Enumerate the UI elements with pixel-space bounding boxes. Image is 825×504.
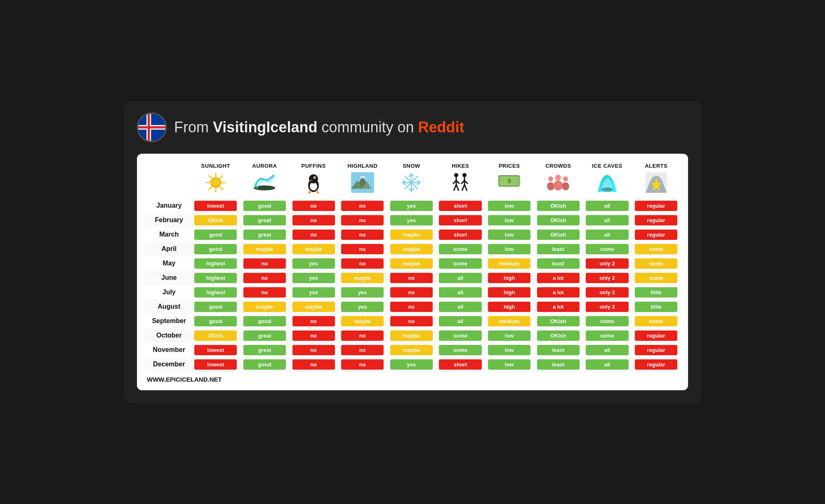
data-cell: all [436,314,485,328]
data-cell: maybe [289,300,338,314]
table-row: SeptembergoodgoodnomaybenoallmediumOKish… [144,314,681,328]
th-highland: HIGHLAND [338,161,387,199]
svg-point-28 [360,176,365,178]
data-cell: good [240,357,289,372]
data-cell: highest [191,285,240,300]
alerts-icon [633,171,679,197]
data-cell: all [436,285,485,300]
data-cell: a lot [534,300,583,314]
data-cell: some [436,343,485,357]
data-cell: only 2 [583,271,632,285]
data-cell: only 2 [583,300,632,314]
data-cell: a lot [534,271,583,285]
data-cell: low [485,328,534,343]
svg-point-58 [555,175,561,181]
data-cell: OKish [534,314,583,328]
svg-point-62 [562,182,569,190]
month-cell: November [144,343,191,357]
data-cell: yes [387,213,436,227]
data-cell: all [583,343,632,357]
data-cell: highest [191,256,240,271]
data-cell: no [240,256,289,271]
svg-line-13 [209,187,211,190]
data-cell: short [436,357,485,372]
table-row: Mayhighestnoyesnomaybesomemediumleastonl… [144,256,681,271]
data-cell: great [240,227,289,242]
data-cell: high [485,300,534,314]
month-cell: September [144,314,191,328]
svg-line-45 [454,185,456,191]
data-cell: short [436,213,485,227]
table-wrapper: SUNLIGHT AURORA PUFFINS [137,154,688,390]
data-cell: maybe [338,314,387,328]
data-cell: Okish [191,328,240,343]
data-cell: least [534,343,583,357]
svg-point-19 [315,177,316,178]
data-cell: some [583,242,632,256]
data-cell: all [583,213,632,227]
data-cell: low [485,227,534,242]
sunlight-icon [192,171,239,197]
table-row: FebruaryOkishgreatnonoyesshortlowOKishal… [144,213,681,227]
svg-rect-4 [138,126,165,129]
table-row: Aprilgoodmaybemaybenomaybesomelowleastso… [144,242,681,256]
title-reddit: Reddit [418,119,464,136]
data-cell: little [632,300,681,314]
data-cell: medium [485,314,534,328]
data-cell: OKish [534,227,583,242]
website-row: WWW.EPICICELAND.NET [144,372,681,384]
data-cell: no [289,328,338,343]
month-cell: December [144,357,191,372]
data-cell: yes [387,199,436,213]
prices-icon: $ [486,171,533,197]
flag-svg [138,114,165,141]
data-cell: maybe [387,242,436,256]
svg-point-17 [309,174,318,183]
table-row: MarchgoodgreatnonomaybeshortlowOKishallr… [144,227,681,242]
data-cell: OKish [534,328,583,343]
data-cell: no [289,357,338,372]
data-cell: maybe [240,242,289,256]
svg-point-60 [547,182,554,190]
crowds-icon [535,171,582,197]
data-cell: no [338,343,387,357]
highland-icon [339,171,386,197]
th-alerts: ALERTS [632,161,681,199]
data-cell: no [387,314,436,328]
data-cell: regular [632,213,681,227]
month-cell: January [144,199,191,213]
aurora-icon [241,171,288,197]
svg-rect-56 [498,178,521,184]
th-aurora: AURORA [240,161,289,199]
data-cell: great [240,343,289,357]
svg-point-5 [211,178,221,188]
data-cell: all [583,199,632,213]
data-cell: maybe [387,328,436,343]
data-cell: some [583,328,632,343]
data-cell: no [387,300,436,314]
data-cell: some [583,314,632,328]
table-row: Augustgoodmaybemaybeyesnoallhigha lotonl… [144,300,681,314]
data-cell: Okish [191,213,240,227]
data-cell: high [485,285,534,300]
data-cell: maybe [387,343,436,357]
data-cell: least [534,357,583,372]
data-cell: regular [632,357,681,372]
data-cell: lowest [191,343,240,357]
data-cell: regular [632,328,681,343]
main-container: From VisitingIceland community on Reddit… [124,101,701,403]
th-prices: PRICES $ [485,161,534,199]
data-cell: short [436,227,485,242]
data-cell: good [191,314,240,328]
data-cell: all [583,227,632,242]
svg-line-51 [462,185,464,191]
table-row: Julyhighestnoyesyesnoallhigha lotonly 2l… [144,285,681,300]
data-cell: yes [338,300,387,314]
data-cell: short [436,199,485,213]
month-cell: April [144,242,191,256]
th-crowds: CROWDS [534,161,583,199]
table-row: Junehighestnoyesmaybenoallhigha lotonly … [144,271,681,285]
data-cell: lowest [191,357,240,372]
svg-line-10 [209,176,211,178]
ice-caves-icon [584,171,631,197]
